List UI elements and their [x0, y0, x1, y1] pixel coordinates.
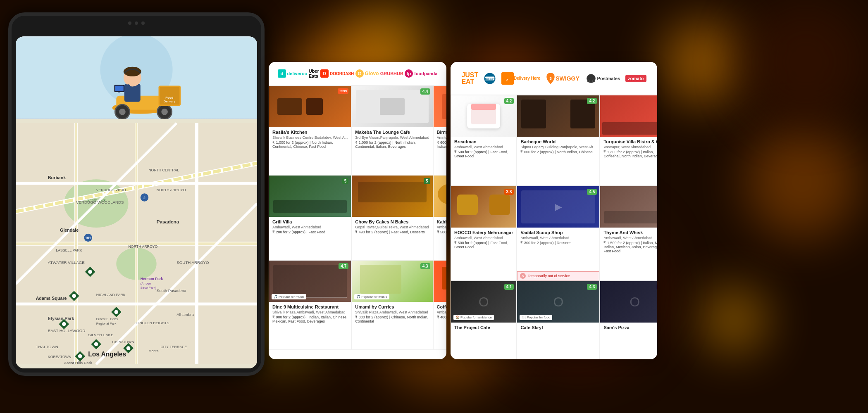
restaurant-name-kabhi: Kabhi B — [437, 219, 446, 224]
restaurant-card-makeba[interactable]: 4.4 Makeba The Lounge Cafe 3rd Eye Visio… — [351, 85, 433, 175]
rating-badge-chow: 5 — [424, 178, 430, 184]
restaurant-card-breadman[interactable]: 4.2 Breadman Ambawadi, West Ahmedabad ₹ … — [451, 95, 517, 186]
svg-text:EAST HOLLYWOOD: EAST HOLLYWOOD — [48, 328, 85, 333]
restaurant-address-thyme: Ambawadi, West Ahmedabad — [603, 236, 657, 240]
rating-badge-hocco: 3.8 — [504, 189, 514, 195]
restaurant-card-dine9[interactable]: 4.7 🎵 Popular for music Dine 9 Multicuis… — [269, 260, 351, 350]
svg-text:DH: DH — [506, 78, 510, 81]
restaurant-card-kabhi[interactable]: 4.2 Kabhi B Ambawadi, West Ahmedabad ₹ 5… — [433, 175, 446, 261]
svg-text:LASSELL PARK: LASSELL PARK — [56, 248, 82, 252]
dismiss-button[interactable]: ✕ — [520, 273, 526, 279]
svg-text:Seco Park): Seco Park) — [141, 286, 157, 290]
svg-text:NORTH ARROYO: NORTH ARROYO — [157, 188, 186, 192]
restaurant-address-turquoise: Vastrapur, West Ahmedabad — [603, 145, 657, 149]
restaurant-card-umami[interactable]: 4.3 🎵 Popular for music Umami by Curries… — [351, 260, 433, 350]
restaurant-card-chow[interactable]: 5 Chow By Cakes N Bakes Gopal Tower,Gulb… — [351, 175, 433, 261]
restaurant-address-dine9: Shivalik Plaza,Ambawadi, West Ahmedabad — [272, 310, 348, 314]
svg-point-99 — [592, 80, 595, 82]
restaurant-name-breadman: Breadman — [454, 139, 513, 144]
map-area[interactable]: Griffith Park — [16, 119, 257, 368]
deliveroo-logo: d deliveroo — [278, 69, 308, 78]
restaurant-price-turquoise: ₹ 1,300 for 2 (approx) | Italian, Coffee… — [603, 150, 657, 158]
illustration-svg: Food Delivery — [16, 36, 257, 119]
middle-delivery-panel: d deliveroo UberEats D DOORDASH G Glovo … — [269, 62, 446, 359]
svg-text:Hermon Park: Hermon Park — [141, 277, 163, 281]
restaurant-card-project[interactable]: O 4.1 🏠 Popular for ambience The Project… — [451, 281, 517, 359]
map-svg: Griffith Park — [16, 119, 257, 368]
restaurant-card-coffee[interactable]: 4.6 Coffee ByUs Ambawadi, West Ahmedabad… — [433, 260, 446, 350]
svg-text:2: 2 — [143, 196, 145, 200]
svg-text:South Pasadena: South Pasadena — [157, 288, 186, 293]
restaurant-name-cafe: Cafe Skryf — [520, 325, 596, 330]
restaurant-price-barbeque: ₹ 600 for 2 (approx) | North Indian, Chi… — [520, 150, 596, 154]
popular-badge-dine9: 🎵 Popular for music — [272, 294, 306, 299]
restaurant-address-rasila: Shivalik Business Centre,Bodakdev, West … — [272, 135, 348, 140]
zomato-logo: zomato — [625, 75, 646, 82]
restaurant-card-turquoise[interactable]: 4.1 Turquoise Villa Bistro & Cafe Vastra… — [600, 95, 657, 186]
rating-badge-turquoise: 4.1 — [657, 98, 657, 104]
svg-text:HIGHLAND PARK: HIGHLAND PARK — [96, 293, 126, 297]
out-of-service-banner: ✕ Temporarily out of service — [517, 271, 599, 280]
svg-text:D: D — [323, 71, 326, 76]
svg-text:Food: Food — [165, 96, 173, 100]
restaurant-card-birmies[interactable]: 5 4.3 Birmies Amritdh Complex,Ambawadi, … — [433, 85, 446, 175]
restaurant-card-hocco[interactable]: 3.8 HOCCO Eatery Nehrunagar Ambawadi, We… — [451, 186, 517, 281]
svg-text:Glendale: Glendale — [60, 228, 79, 233]
rating-badge-vadilal: 4.5 — [587, 189, 597, 195]
restaurant-name-dine9: Dine 9 Multicuisine Restaurant — [272, 304, 348, 309]
restaurant-price-coffee: ₹ 400 for 2 (approx) | Fast Food, Bevera… — [437, 315, 446, 319]
svg-text:Burbank: Burbank — [48, 175, 66, 180]
glovo-logo: G Glovo — [355, 69, 379, 78]
glovo-icon: G — [355, 69, 364, 78]
swiggy-icon: S — [546, 72, 556, 85]
svg-text:VERDUGO WOODLANDS: VERDUGO WOODLANDS — [76, 200, 124, 204]
swiggy-logo: S SWIGGY — [546, 72, 579, 85]
restaurant-name-makeba: Makeba The Lounge Cafe — [355, 130, 429, 135]
restaurant-name-chow: Chow By Cakes N Bakes — [355, 219, 429, 224]
dominos-logo: domino's — [484, 72, 496, 85]
svg-text:G: G — [358, 71, 361, 76]
rating-badge-sams: 4.2 — [657, 284, 657, 290]
apps-header: d deliveroo UberEats D DOORDASH G Glovo … — [269, 62, 446, 85]
svg-text:SILVER LAKE: SILVER LAKE — [88, 332, 114, 337]
restaurant-card-rasila[interactable]: 9999 Rasila's Kitchen Shivalik Business … — [269, 85, 351, 175]
svg-text:Regional Park: Regional Park — [96, 322, 117, 325]
doordash-icon: D — [320, 69, 329, 78]
svg-text:Los Angeles: Los Angeles — [88, 351, 126, 358]
restaurant-name-birmies: Birmies — [437, 130, 446, 135]
restaurant-price-makeba: ₹ 1,000 for 2 (approx) | North Indian, C… — [355, 140, 429, 149]
restaurant-address-vadilal: Ambawadi, West Ahmedabad — [520, 236, 596, 240]
restaurant-card-cafe[interactable]: O 4.3 🍽️ Popular for food Cafe Skryf — [517, 281, 600, 359]
restaurant-card-vadilal[interactable]: ▶ 4.5 Vadilal Scoop Shop Ambawadi, West … — [517, 186, 600, 281]
restaurant-address-kabhi: Ambawadi, West Ahmedabad — [437, 225, 446, 229]
right-restaurant-grid: 4.2 Breadman Ambawadi, West Ahmedabad ₹ … — [451, 95, 657, 359]
restaurant-address-hocco: Ambawadi, West Ahmedabad — [454, 236, 513, 240]
svg-text:Elysian Park: Elysian Park — [48, 316, 74, 321]
restaurant-card-thyme[interactable]: 4.4 Thyme And Whisk Ambawadi, West Ahmed… — [600, 186, 657, 281]
rating-badge-grillvilla: 5 — [342, 178, 349, 184]
restaurant-price-vadilal: ₹ 300 for 2 (approx) | Desserts — [520, 241, 596, 245]
svg-text:d: d — [280, 71, 283, 76]
rating-badge-cafe: 4.3 — [587, 284, 597, 290]
svg-point-98 — [587, 80, 590, 82]
svg-text:(Arroyo: (Arroyo — [141, 282, 151, 285]
restaurant-name-turquoise: Turquoise Villa Bistro & Cafe — [603, 139, 657, 144]
restaurant-address-chow: Gopal Tower,Gulbai Tekra, West Ahmedabad — [355, 225, 429, 229]
svg-rect-17 — [115, 85, 123, 91]
svg-text:fp: fp — [407, 71, 411, 76]
foodpanda-logo: fp foodpanda — [405, 69, 437, 78]
svg-text:SOUTH ARROYO: SOUTH ARROYO — [176, 260, 209, 265]
svg-text:Alhambra: Alhambra — [176, 312, 194, 317]
rating-badge-rasila: 9999 — [338, 88, 348, 94]
svg-text:domino's: domino's — [484, 78, 496, 80]
svg-text:ATWATER VILLAGE: ATWATER VILLAGE — [48, 260, 85, 265]
restaurant-card-grillvilla[interactable]: 5 Grill Villa Ambawadi, West Ahmedabad ₹… — [269, 175, 351, 261]
doordash-logo: D DOORDASH — [320, 69, 354, 78]
restaurant-card-sams[interactable]: O 4.2 Sam's Pizza — [600, 281, 657, 359]
restaurant-price-umami: ₹ 800 for 2 (approx) | Chinese, North In… — [355, 315, 429, 323]
ubereats-logo: UberEats — [309, 69, 319, 78]
tablet-device: Food Delivery — [8, 12, 273, 401]
restaurant-price-dine9: ₹ 900 for 2 (approx) | Indian, Italian, … — [272, 315, 348, 323]
restaurant-price-hocco: ₹ 500 for 2 (approx) | Fast Food, Street… — [454, 241, 513, 249]
restaurant-card-barbeque[interactable]: 4.2 Barbeque World Sigma Legacy Building… — [517, 95, 600, 186]
